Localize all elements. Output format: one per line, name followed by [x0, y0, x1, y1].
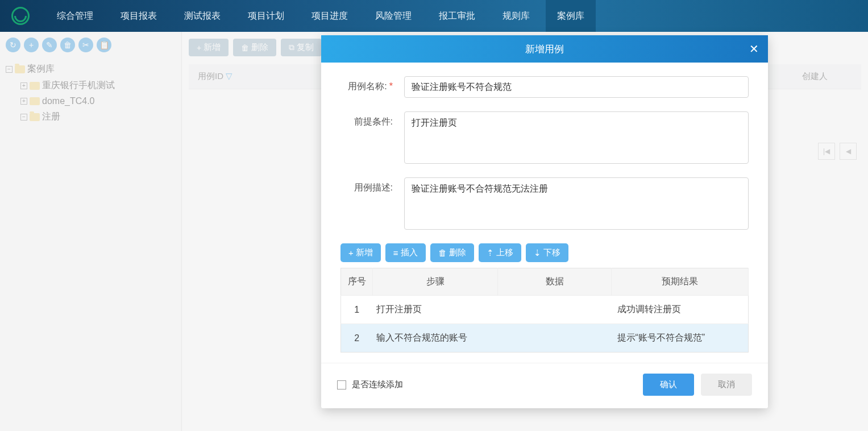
- step-row-0[interactable]: 1 打开注册页 成功调转注册页: [341, 296, 749, 324]
- steps-col-data: 数据: [498, 268, 612, 296]
- steps-col-expected: 预期结果: [612, 268, 749, 296]
- nav-item-8[interactable]: 案例库: [546, 0, 596, 32]
- step-data: [498, 324, 612, 353]
- step-delete-button[interactable]: 🗑删除: [430, 243, 474, 262]
- step-seq: 2: [341, 324, 373, 353]
- steps-table: 序号 步骤 数据 预期结果 1 打开注册页 成功调转注册页 2 输入不符合规范的…: [340, 268, 749, 353]
- continuous-label: 是否连续添加: [352, 379, 403, 390]
- nav-item-4[interactable]: 项目进度: [312, 0, 348, 32]
- steps-toolbar: +新增 ≡插入 🗑删除 ⇡上移 ⇣下移: [340, 243, 749, 262]
- modal-title: 新增用例: [525, 43, 564, 56]
- nav-item-1[interactable]: 项目报表: [121, 0, 157, 32]
- step-text: 打开注册页: [373, 296, 498, 324]
- trash-icon: 🗑: [438, 248, 447, 258]
- top-nav: 综合管理 项目报表 测试报表 项目计划 项目进度 风险管理 报工审批 规则库 案…: [0, 0, 868, 32]
- nav-item-5[interactable]: 风险管理: [375, 0, 412, 32]
- close-icon[interactable]: ✕: [749, 42, 759, 56]
- label-description: 用例描述:: [340, 177, 393, 194]
- step-movedown-button[interactable]: ⇣下移: [526, 243, 568, 262]
- step-insert-button[interactable]: ≡插入: [385, 243, 426, 262]
- step-text: 输入不符合规范的账号: [373, 324, 498, 353]
- modal-new-usecase: 新增用例 ✕ 用例名称:* 前提条件: 打开注册页 用例描述: 验证注册账号不合…: [321, 35, 768, 408]
- label-name: 用例名称:*: [340, 76, 393, 93]
- step-expected: 提示“账号不符合规范”: [612, 324, 749, 353]
- logo-icon: [11, 7, 30, 25]
- checkbox-icon[interactable]: [337, 380, 346, 389]
- step-moveup-button[interactable]: ⇡上移: [479, 243, 521, 262]
- steps-col-step: 步骤: [373, 268, 498, 296]
- modal-header: 新增用例 ✕: [321, 35, 768, 63]
- label-precondition: 前提条件:: [340, 111, 393, 128]
- step-seq: 1: [341, 296, 373, 324]
- modal-body: 用例名称:* 前提条件: 打开注册页 用例描述: 验证注册账号不合符规范无法注册…: [321, 63, 768, 363]
- nav-item-0[interactable]: 综合管理: [57, 0, 93, 32]
- steps-col-seq: 序号: [341, 268, 373, 296]
- arrow-up-icon: ⇡: [487, 248, 494, 258]
- insert-icon: ≡: [393, 248, 398, 258]
- confirm-button[interactable]: 确认: [643, 374, 694, 396]
- input-description[interactable]: 验证注册账号不合符规范无法注册: [404, 177, 749, 230]
- step-data: [498, 296, 612, 324]
- input-name[interactable]: [404, 76, 749, 98]
- nav-item-6[interactable]: 报工审批: [439, 0, 475, 32]
- step-row-1[interactable]: 2 输入不符合规范的账号 提示“账号不符合规范”: [341, 324, 749, 353]
- nav-item-3[interactable]: 项目计划: [248, 0, 284, 32]
- arrow-down-icon: ⇣: [534, 248, 541, 258]
- nav-item-2[interactable]: 测试报表: [184, 0, 221, 32]
- modal-footer: 是否连续添加 确认 取消: [321, 363, 768, 408]
- nav-item-7[interactable]: 规则库: [502, 0, 530, 32]
- plus-icon: +: [348, 248, 354, 258]
- continuous-checkbox-wrap[interactable]: 是否连续添加: [337, 379, 403, 390]
- step-add-button[interactable]: +新增: [340, 243, 381, 262]
- cancel-button[interactable]: 取消: [701, 374, 752, 396]
- input-precondition[interactable]: 打开注册页: [404, 111, 749, 164]
- step-expected: 成功调转注册页: [612, 296, 749, 324]
